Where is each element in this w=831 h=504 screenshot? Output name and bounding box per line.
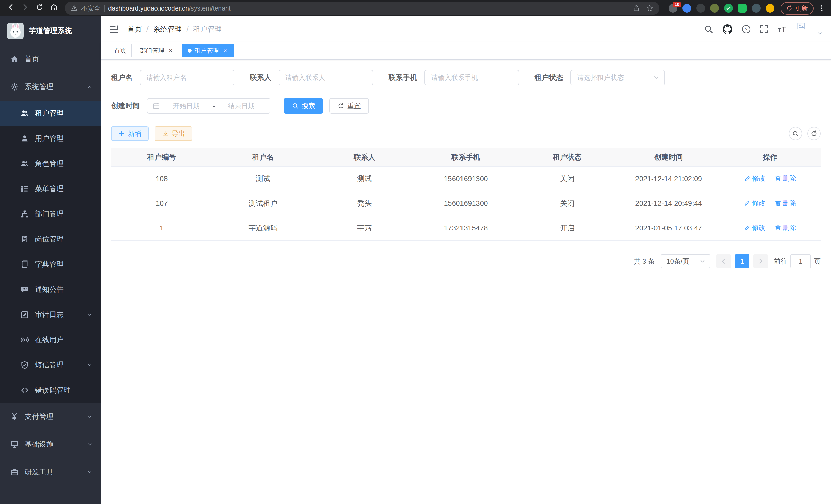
browser-update-button[interactable]: 更新 [781,2,813,14]
sidebar-item-infra[interactable]: 基础设施 [0,431,101,458]
browser-reload-button[interactable] [33,2,46,15]
sidebar-item-online-user[interactable]: 在线用户 [0,327,101,352]
tab-label: 首页 [114,47,126,55]
update-refresh-icon [786,5,793,11]
add-button-label: 新增 [128,129,141,138]
sidebar-item-label: 角色管理 [35,159,64,169]
sidebar-item-label: 系统管理 [25,82,53,92]
sidebar-item-audit-log[interactable]: 审计日志 [0,302,101,327]
sidebar-item-label: 错误码管理 [35,385,71,395]
extension-bright-green[interactable] [738,4,747,12]
user-avatar-menu[interactable] [796,21,823,38]
edit-button[interactable]: 修改 [744,223,766,232]
delete-button[interactable]: 删除 [775,199,796,208]
start-date-placeholder[interactable]: 开始日期 [163,101,210,111]
prev-page-button[interactable] [716,254,731,268]
export-button[interactable]: 导出 [155,126,192,141]
cell-tenant-id: 1 [111,216,212,240]
sidebar-item-dept[interactable]: 部门管理 [0,201,101,227]
github-icon[interactable] [722,24,733,35]
extension-olive[interactable] [710,4,719,12]
close-icon[interactable]: × [222,47,229,54]
breadcrumb-current: 租户管理 [193,24,222,34]
contact-input[interactable] [279,70,373,85]
browser-back-button[interactable] [4,2,18,15]
extension-gray-badge[interactable]: 10 [668,4,677,12]
breadcrumb-system[interactable]: 系统管理 [153,24,193,34]
sidebar-item-system[interactable]: 系统管理 [0,73,101,101]
next-page-button[interactable] [753,254,768,268]
cell-operations: 修改 删除 [719,216,821,240]
chevron-down-icon [699,258,706,264]
tenant-name-input[interactable] [140,70,234,85]
main-layout: 芋道管理系统 首页 系统管理 租户管理 [0,17,831,504]
extension-green-check[interactable] [724,4,733,12]
end-date-placeholder[interactable]: 结束日期 [218,101,265,111]
breadcrumb-home[interactable]: 首页 [127,24,153,34]
goto-page-input[interactable] [791,254,811,268]
chevron-down-icon [87,469,92,475]
browser-home-button[interactable] [47,2,61,15]
status-select[interactable]: 请选择租户状态 [570,70,665,85]
extension-dark-gray[interactable] [696,4,705,12]
add-button[interactable]: 新增 [111,126,148,141]
sidebar-item-sms[interactable]: 短信管理 [0,352,101,378]
column-header: 创建时间 [618,148,719,167]
sidebar-item-role[interactable]: 角色管理 [0,151,101,176]
cell-contact: 秃头 [314,191,415,216]
sidebar-item-notice[interactable]: 通知公告 [0,277,101,302]
refresh-icon [338,102,344,109]
logo-image [7,23,24,39]
filter-label: 租户状态 [535,73,563,83]
question-icon[interactable]: ? [742,25,751,34]
edit-button[interactable]: 修改 [744,199,766,208]
page-size-select[interactable]: 10条/页 [661,254,710,268]
sidebar-item-home[interactable]: 首页 [0,45,101,73]
page-1-button[interactable]: 1 [735,254,749,268]
sidebar-item-devtools[interactable]: 研发工具 [0,458,101,486]
font-size-icon[interactable]: TT [778,25,787,34]
app-logo: 芋道管理系统 [0,17,101,45]
search-toggle-button[interactable] [789,127,802,140]
phone-input[interactable] [425,70,519,85]
browser-menu-button[interactable] [816,2,827,15]
sidebar-item-error-code[interactable]: 错误码管理 [0,378,101,403]
extension-slate[interactable] [752,4,761,12]
edit-button[interactable]: 修改 [744,174,766,183]
sidebar-item-dict[interactable]: 字典管理 [0,252,101,277]
sidebar-item-post[interactable]: 岗位管理 [0,227,101,252]
browser-toolbar: 不安全 dashboard.yudao.iocoder.cn/system/te… [0,0,831,17]
cell-phone: 15601691300 [415,167,517,191]
share-icon[interactable] [633,5,640,12]
delete-button[interactable]: 删除 [775,174,796,183]
tab-label: 租户管理 [194,47,219,55]
search-button[interactable]: 搜索 [284,98,323,114]
reset-button[interactable]: 重置 [329,98,369,114]
sidebar-item-user[interactable]: 用户管理 [0,126,101,151]
sidebar-item-tenant[interactable]: 租户管理 [0,101,101,126]
fullscreen-icon[interactable] [760,25,769,34]
tab-dept[interactable]: 部门管理 × [135,44,179,57]
table-row: 107 测试租户 秃头 15601691300 关闭 2021-12-14 20… [111,191,821,216]
bookmark-star-icon[interactable] [646,5,653,12]
tab-home[interactable]: 首页 [109,44,132,57]
delete-button[interactable]: 删除 [775,223,796,232]
address-bar[interactable]: 不安全 dashboard.yudao.iocoder.cn/system/te… [65,2,659,15]
refresh-table-button[interactable] [807,127,821,140]
page-unit-label: 页 [814,257,821,266]
export-button-label: 导出 [172,129,185,138]
url-path: /system/tenant [189,5,231,12]
date-range-picker[interactable]: 开始日期 - 结束日期 [147,98,270,114]
tab-tenant[interactable]: 租户管理 × [182,44,234,57]
search-icon [292,102,298,109]
extension-blue[interactable] [683,4,691,12]
sidebar-collapse-button[interactable] [109,24,119,34]
search-icon[interactable] [704,25,713,34]
extension-amber[interactable] [766,4,774,12]
filter-label: 联系人 [250,73,271,83]
close-icon[interactable]: × [167,47,174,54]
browser-forward-button[interactable] [19,2,32,15]
sidebar-item-payment[interactable]: 支付管理 [0,403,101,431]
filter-phone: 联系手机 [389,70,519,85]
sidebar-item-menu[interactable]: 菜单管理 [0,176,101,201]
